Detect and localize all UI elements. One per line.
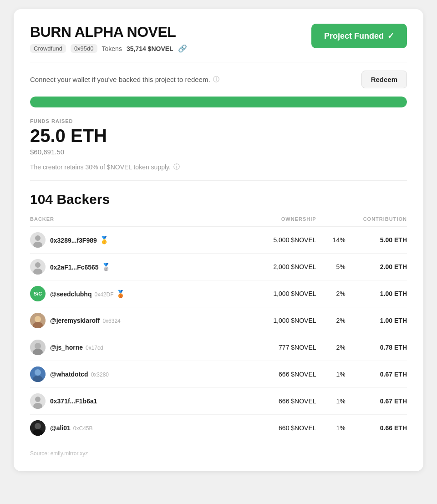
table-row: @ali010xC45B 660 $NOVEL 1% 0.66 ETH [30,415,407,442]
svg-point-7 [35,316,41,322]
ownership-cell: 1,000 $NOVEL [228,280,316,307]
backer-name: 0x3289...f3F989 [50,237,97,244]
backer-cell: 0x3289...f3F989🥇 [30,227,228,254]
backer-address: 0x42DF [94,291,113,298]
svg-point-4 [35,262,41,268]
progress-bar-fill [30,97,407,107]
project-title: BURN ALPHA NOVEL [30,24,187,41]
ownership-cell: 5,000 $NOVEL [228,227,316,254]
badge-emoji: 🥈 [102,263,111,271]
table-row: 0x2aF1...Fc6565🥈 2,000 $NOVEL 5% 2.00 ET… [30,254,407,280]
ownership-cell: 660 $NOVEL [228,415,316,442]
backer-address: 0x17cd [86,345,103,351]
meta-row: Crowdfund 0x95d0 Tokens 35,714 $NOVEL 🔗 [30,44,187,53]
contribution-cell: 1.00 ETH [346,307,407,334]
funds-section: FUNDS RAISED 25.0 ETH $60,691.50 The cre… [30,118,407,171]
redeem-description: Connect your wallet if you've backed thi… [30,76,210,83]
pct-cell: 14% [316,227,346,254]
contribution-cell: 2.00 ETH [346,254,407,280]
avatar [30,232,46,248]
ownership-cell: 666 $NOVEL [228,388,316,415]
link-icon[interactable]: 🔗 [178,44,187,53]
project-type-badge: Crowdfund [30,44,66,53]
backers-table: BACKER OWNERSHIP CONTRIBUTION 0x3289...f… [30,216,407,441]
contribution-cell: 0.67 ETH [346,361,407,388]
info-icon[interactable]: ⓘ [213,76,219,84]
backer-cell: @jeremysklaroff0x6324 [30,307,228,334]
svg-point-1 [35,235,41,241]
pct-cell: 1% [316,415,346,442]
creator-info-icon[interactable]: ⓘ [173,163,180,171]
backer-address: 0x6324 [102,318,120,324]
backer-cell: 0x371f...F1b6a1 [30,388,228,415]
backer-address: 0xC45B [73,425,93,432]
backer-cell: @js_horne0x17cd [30,334,228,361]
backer-name: @seedclubhq [50,290,91,298]
table-row: @jeremysklaroff0x6324 1,000 $NOVEL 2% 1.… [30,307,407,334]
svg-point-13 [35,369,41,376]
badge-emoji: 🥉 [116,290,125,298]
funds-usd: $60,691.50 [30,148,407,156]
avatar [30,313,46,328]
backer-address: 0x3280 [91,372,109,378]
backer-name: @ali01 [50,424,71,432]
svg-point-16 [35,397,41,402]
col-backer: BACKER [30,216,228,227]
contribution-cell: 0.67 ETH [346,388,407,415]
pct-cell: 2% [316,280,346,307]
progress-bar-container [30,97,407,107]
ownership-cell: 777 $NOVEL [228,334,316,361]
contribution-cell: 1.00 ETH [346,280,407,307]
redeem-row: Connect your wallet if you've backed thi… [30,62,407,97]
funds-label: FUNDS RAISED [30,118,407,124]
table-row: S/C @seedclubhq0x42DF🥉 1,000 $NOVEL 2% 1… [30,280,407,307]
avatar [30,393,46,409]
project-address-badge: 0x95d0 [71,44,97,53]
creator-note: The creator retains 30% of $NOVEL token … [30,163,407,171]
avatar [30,420,46,436]
table-row: @whatdotcd0x3280 666 $NOVEL 1% 0.67 ETH [30,361,407,388]
backer-name: 0x371f...F1b6a1 [50,397,97,405]
section-divider [30,180,407,181]
backer-name: 0x2aF1...Fc6565 [50,264,99,271]
source-note: Source: emily.mirror.xyz [30,450,407,457]
col-ownership: OWNERSHIP [228,216,316,227]
tokens-amount: 35,714 $NOVEL [127,45,173,52]
svg-point-19 [35,423,41,429]
ownership-cell: 2,000 $NOVEL [228,254,316,280]
redeem-text: Connect your wallet if you've backed thi… [30,76,219,84]
svg-point-10 [35,343,41,349]
ownership-cell: 1,000 $NOVEL [228,307,316,334]
project-card: BURN ALPHA NOVEL Crowdfund 0x95d0 Tokens… [14,9,423,471]
pct-cell: 5% [316,254,346,280]
redeem-button[interactable]: Redeem [361,71,407,88]
backer-cell: S/C @seedclubhq0x42DF🥉 [30,280,228,307]
backer-cell: @whatdotcd0x3280 [30,361,228,388]
creator-note-text: The creator retains 30% of $NOVEL token … [30,163,171,171]
badge-emoji: 🥇 [100,236,109,244]
ownership-cell: 666 $NOVEL [228,361,316,388]
header-left: BURN ALPHA NOVEL Crowdfund 0x95d0 Tokens… [30,24,187,53]
backer-cell: 0x2aF1...Fc6565🥈 [30,254,228,280]
backer-name: @js_horne [50,344,83,351]
contribution-cell: 0.78 ETH [346,334,407,361]
avatar [30,259,46,275]
table-row: 0x371f...F1b6a1 666 $NOVEL 1% 0.67 ETH [30,388,407,415]
backer-name: @jeremysklaroff [50,317,100,324]
funded-label: Project Funded [324,31,384,41]
pct-cell: 1% [316,388,346,415]
card-header: BURN ALPHA NOVEL Crowdfund 0x95d0 Tokens… [30,24,407,53]
funded-button[interactable]: Project Funded ✓ [311,24,407,48]
backer-cell: @ali010xC45B [30,415,228,442]
contribution-cell: 5.00 ETH [346,227,407,254]
pct-cell: 2% [316,307,346,334]
pct-cell: 2% [316,334,346,361]
backer-name: @whatdotcd [50,371,88,378]
backers-title: 104 Backers [30,192,407,207]
check-icon: ✓ [387,31,394,41]
funds-eth: 25.0 ETH [30,126,407,146]
tokens-label: Tokens [102,45,122,52]
table-row: @js_horne0x17cd 777 $NOVEL 2% 0.78 ETH [30,334,407,361]
avatar [30,340,46,355]
pct-cell: 1% [316,361,346,388]
